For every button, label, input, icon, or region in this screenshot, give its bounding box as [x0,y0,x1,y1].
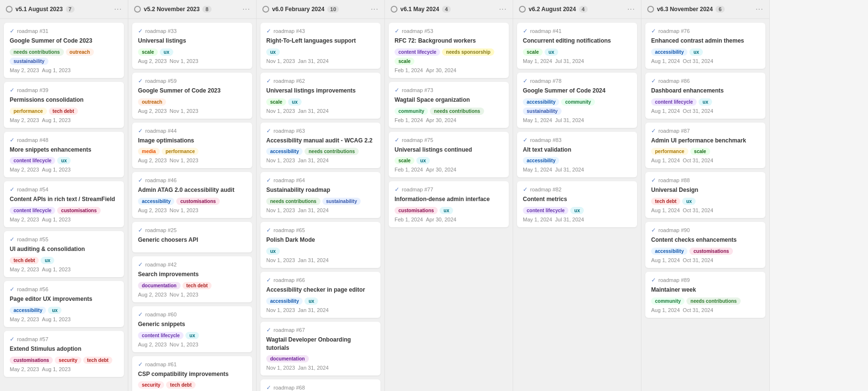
card[interactable]: ✓roadmap #55UI auditing & consolidationt… [4,231,124,277]
card-tag[interactable]: ux [266,248,280,255]
card-tag[interactable]: scale [395,58,414,65]
card-tag[interactable]: ux [545,48,558,56]
card-tag[interactable]: documentation [266,355,309,362]
card-tag[interactable]: customisations [689,248,732,255]
card-tag[interactable]: media [138,148,160,155]
card[interactable]: ✓roadmap #76Enhanced contrast admin them… [645,23,765,69]
card-tag[interactable]: documentation [138,282,181,289]
column-menu-button[interactable]: ··· [499,5,507,14]
card-tag[interactable]: scale [690,148,710,155]
card[interactable]: ✓roadmap #67Wagtail Developer Onboarding… [260,322,381,376]
card[interactable]: ✓roadmap #89Maintainer weekcommunityneed… [645,272,765,318]
card-tag[interactable]: ux [416,157,430,164]
card[interactable]: ✓roadmap #68Wagtail.org website accessib… [260,379,381,391]
card[interactable]: ✓roadmap #88Universal Designtech debtuxA… [645,172,765,218]
card[interactable]: ✓roadmap #77Information-dense admin inte… [389,181,509,227]
card-tag[interactable]: customisations [10,357,53,364]
card-tag[interactable]: content lifecycle [10,157,55,164]
card-tag[interactable]: content lifecycle [10,207,55,214]
card-tag[interactable]: ux [266,48,280,56]
card[interactable]: ✓roadmap #39Permissions consolidationper… [4,82,124,128]
card[interactable]: ✓roadmap #42Search improvementsdocumenta… [132,256,252,302]
card[interactable]: ✓roadmap #33Universal listingsscaleuxAug… [132,23,252,69]
card[interactable]: ✓roadmap #25Generic choosers API [132,222,252,252]
card-tag[interactable]: ux [48,307,61,314]
card[interactable]: ✓roadmap #57Extend Stimulus adoptioncust… [4,331,124,377]
card-tag[interactable]: ux [682,198,696,205]
card-tag[interactable]: needs contributions [266,198,320,205]
card-tag[interactable]: tech debt [166,381,195,389]
card-tag[interactable]: performance [651,148,688,155]
card-tag[interactable]: ux [288,98,302,106]
card-tag[interactable]: tech debt [10,257,39,264]
card[interactable]: ✓roadmap #78Google Summer of Code 2024ac… [517,73,637,128]
card-tag[interactable]: community [395,108,428,115]
card-tag[interactable]: accessibility [266,297,303,305]
card[interactable]: ✓roadmap #83Alt text validationaccessibi… [517,132,637,178]
card-tag[interactable]: needs contributions [686,297,741,305]
card[interactable]: ✓roadmap #56Page editor UX improvementsa… [4,281,124,327]
card-tag[interactable]: customisations [395,207,438,214]
card-tag[interactable]: customisations [176,198,219,205]
card-tag[interactable]: performance [10,108,47,115]
card-tag[interactable]: accessibility [651,48,687,56]
card-tag[interactable]: tech debt [183,282,212,289]
card-tag[interactable]: needs contributions [305,148,359,155]
card-tag[interactable]: sustainability [523,108,562,115]
column-menu-button[interactable]: ··· [756,5,763,14]
card[interactable]: ✓roadmap #73Wagtail Space organizationco… [389,82,509,128]
card-tag[interactable]: accessibility [523,98,559,106]
card-tag[interactable]: ux [440,207,453,214]
card-tag[interactable]: ux [57,157,71,164]
column-menu-button[interactable]: ··· [371,5,379,14]
card[interactable]: ✓roadmap #41Concurrent editing notificat… [517,23,637,69]
card[interactable]: ✓roadmap #66Accessibility checker in pag… [260,272,381,318]
card[interactable]: ✓roadmap #60Generic snippetscontent life… [132,306,252,352]
card[interactable]: ✓roadmap #31Google Summer of Code 2023ne… [4,23,124,78]
card-tag[interactable]: content lifecycle [395,48,440,56]
card-tag[interactable]: tech debt [83,357,112,364]
card[interactable]: ✓roadmap #63Accessibility manual audit -… [260,123,381,169]
card-tag[interactable]: outreach [66,48,94,56]
card[interactable]: ✓roadmap #64Sustainability roadmapneeds … [260,172,381,218]
card-tag[interactable]: outreach [138,98,166,106]
card-tag[interactable]: accessibility [10,307,46,314]
card[interactable]: ✓roadmap #86Dashboard enhancementsconten… [645,73,765,119]
card-tag[interactable]: ux [160,48,173,56]
card-tag[interactable]: needs contributions [10,48,64,56]
column-menu-button[interactable]: ··· [627,5,635,14]
card-tag[interactable]: security [55,357,81,364]
column-menu-button[interactable]: ··· [114,5,122,14]
card-tag[interactable]: ux [305,297,318,305]
card-tag[interactable]: accessibility [266,148,303,155]
card-tag[interactable]: security [138,381,164,389]
card-tag[interactable]: needs contributions [430,108,484,115]
card-tag[interactable]: scale [266,98,286,106]
card-tag[interactable]: accessibility [651,248,687,255]
card[interactable]: ✓roadmap #48More snippets enhancementsco… [4,132,124,178]
card-tag[interactable]: ux [41,257,54,264]
card[interactable]: ✓roadmap #59Google Summer of Code 2023ou… [132,73,252,119]
card-tag[interactable]: accessibility [138,198,174,205]
card[interactable]: ✓roadmap #43Right-To-Left languages supp… [260,23,381,69]
card-tag[interactable]: ux [689,48,703,56]
card-tag[interactable]: scale [523,48,543,56]
card-tag[interactable]: ux [699,98,712,106]
card-tag[interactable]: accessibility [523,157,559,164]
card[interactable]: ✓roadmap #65Polish Dark ModeuxNov 1, 202… [260,222,381,268]
card-tag[interactable]: needs sponsorship [442,48,494,56]
card-tag[interactable]: sustainability [322,198,361,205]
card[interactable]: ✓roadmap #90Content checks enhancementsa… [645,222,765,268]
card[interactable]: ✓roadmap #44Image optimisationsmediaperf… [132,123,252,169]
card-tag[interactable]: ux [185,332,199,339]
card-tag[interactable]: content lifecycle [651,98,697,106]
card-tag[interactable]: community [561,98,594,106]
card[interactable]: ✓roadmap #46Admin ATAG 2.0 accessibility… [132,172,252,218]
card-tag[interactable]: customisations [57,207,100,214]
card-tag[interactable]: performance [162,148,199,155]
card[interactable]: ✓roadmap #61CSP compatibility improvemen… [132,356,252,391]
card[interactable]: ✓roadmap #54Content APIs in rich text / … [4,181,124,227]
card-tag[interactable]: content lifecycle [138,332,183,339]
column-menu-button[interactable]: ··· [243,5,250,14]
card-tag[interactable]: scale [395,157,414,164]
